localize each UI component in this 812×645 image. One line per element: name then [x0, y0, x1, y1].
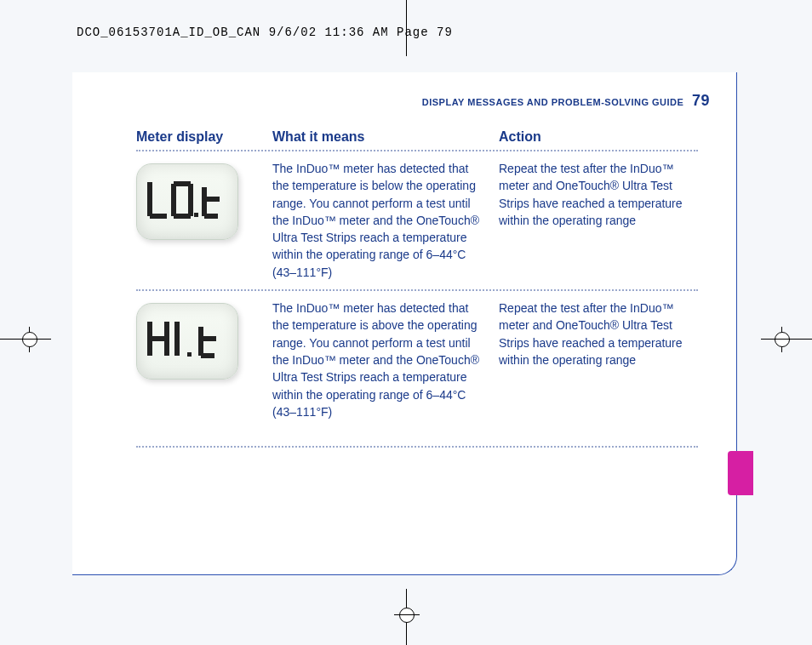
what-it-means-text: The InDuo™ meter has detected that the t… — [272, 160, 499, 281]
what-it-means-text: The InDuo™ meter has detected that the t… — [272, 300, 499, 420]
meter-display-cell — [136, 300, 272, 420]
col-action: Action — [499, 129, 698, 145]
meter-display-cell — [136, 160, 272, 281]
registration-mark-left — [17, 327, 43, 352]
col-what-it-means: What it means — [272, 129, 499, 145]
action-text: Repeat the test after the InDuo™ meter a… — [499, 160, 698, 281]
lcd-hi-t-icon — [136, 303, 238, 380]
divider — [136, 150, 698, 151]
column-headers: Meter display What it means Action — [136, 129, 698, 145]
svg-rect-1 — [187, 352, 192, 357]
lcd-lo-t-icon — [136, 163, 238, 240]
section-tab — [728, 451, 753, 495]
registration-mark-bottom — [394, 602, 420, 628]
running-head: DISPLAY MESSAGES AND PROBLEM-SOLVING GUI… — [422, 92, 710, 110]
divider — [136, 289, 698, 291]
table-row: The InDuo™ meter has detected that the t… — [136, 160, 698, 281]
svg-rect-0 — [194, 213, 198, 217]
col-meter-display: Meter display — [136, 129, 272, 145]
page-number: 79 — [692, 92, 710, 109]
registration-mark-right — [769, 327, 795, 352]
action-text: Repeat the test after the InDuo™ meter a… — [499, 300, 698, 420]
divider — [136, 446, 698, 448]
content-table: Meter display What it means Action The I… — [136, 129, 698, 456]
print-slug: DCO_06153701A_ID_OB_CAN 9/6/02 11:36 AM … — [77, 26, 453, 39]
table-row: The InDuo™ meter has detected that the t… — [136, 300, 698, 420]
section-title: DISPLAY MESSAGES AND PROBLEM-SOLVING GUI… — [422, 97, 684, 107]
